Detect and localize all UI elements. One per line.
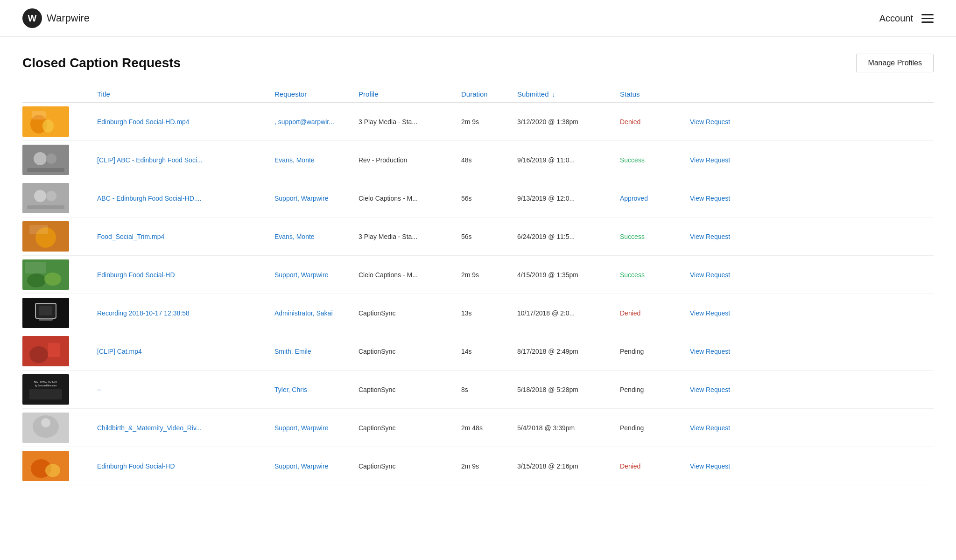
requestor-link[interactable]: Support, Warpwire bbox=[274, 271, 358, 279]
submitted-cell: 3/12/2020 @ 1:38pm bbox=[517, 118, 620, 126]
svg-rect-11 bbox=[27, 205, 64, 209]
requestor-link[interactable]: Support, Warpwire bbox=[274, 462, 358, 470]
duration-cell: 13s bbox=[461, 309, 517, 317]
submitted-cell: 3/15/2018 @ 2:16pm bbox=[517, 462, 620, 470]
page-header: Closed Caption Requests Manage Profiles bbox=[22, 54, 934, 72]
requestor-link[interactable]: Tyler, Chris bbox=[274, 386, 358, 393]
svg-rect-23 bbox=[39, 318, 53, 321]
svg-point-10 bbox=[46, 191, 56, 201]
duration-cell: 2m 9s bbox=[461, 118, 517, 126]
status-badge: Success bbox=[620, 233, 690, 240]
svg-rect-3 bbox=[32, 111, 46, 119]
table-body: Edinburgh Food Social-HD.mp4 , support@w… bbox=[22, 103, 934, 485]
svg-point-25 bbox=[29, 346, 48, 363]
col-header-status[interactable]: Status bbox=[620, 90, 690, 98]
requestor-link[interactable]: Support, Warpwire bbox=[274, 195, 358, 202]
table-row: Recording 2018-10-17 12:38:58 Administra… bbox=[22, 294, 934, 332]
title-link[interactable]: ABC - Edinburgh Food Social-HD.... bbox=[97, 195, 274, 202]
profile-cell: CaptionSync bbox=[358, 386, 461, 393]
app-header: W Warpwire Account bbox=[0, 0, 956, 37]
submitted-cell: 10/17/2018 @ 2:0... bbox=[517, 309, 620, 317]
col-header-requestor[interactable]: Requestor bbox=[274, 90, 358, 98]
title-link[interactable]: Recording 2018-10-17 12:38:58 bbox=[97, 309, 274, 317]
duration-cell: 2m 48s bbox=[461, 424, 517, 432]
submitted-cell: 5/4/2018 @ 3:39pm bbox=[517, 424, 620, 432]
status-badge: Pending bbox=[620, 386, 690, 393]
title-link[interactable]: [CLIP] ABC - Edinburgh Food Soci... bbox=[97, 156, 274, 164]
svg-point-5 bbox=[34, 152, 47, 165]
view-request-link[interactable]: View Request bbox=[690, 156, 765, 164]
status-badge: Pending bbox=[620, 348, 690, 355]
page-title: Closed Caption Requests bbox=[22, 56, 181, 70]
thumbnail bbox=[22, 336, 69, 366]
table-row: Edinburgh Food Social-HD Support, Warpwi… bbox=[22, 256, 934, 294]
svg-point-16 bbox=[27, 273, 46, 287]
header-right: Account bbox=[879, 13, 934, 24]
title-link[interactable]: Edinburgh Food Social-HD.mp4 bbox=[97, 118, 274, 126]
view-request-link[interactable]: View Request bbox=[690, 118, 765, 126]
duration-cell: 2m 9s bbox=[461, 271, 517, 279]
submitted-cell: 9/16/2019 @ 11:0... bbox=[517, 156, 620, 164]
svg-point-9 bbox=[34, 190, 46, 202]
profile-cell: Cielo Captions - M... bbox=[358, 271, 461, 279]
profile-cell: Rev - Production bbox=[358, 156, 461, 164]
svg-point-2 bbox=[42, 119, 54, 133]
app-name: Warpwire bbox=[47, 12, 90, 24]
requestor-link[interactable]: Evans, Monte bbox=[274, 156, 358, 164]
svg-point-36 bbox=[45, 464, 60, 477]
status-badge: Success bbox=[620, 271, 690, 279]
view-request-link[interactable]: View Request bbox=[690, 424, 765, 432]
requestor-link[interactable]: Administrator, Sakai bbox=[274, 309, 358, 317]
status-badge: Denied bbox=[620, 118, 690, 126]
svg-point-6 bbox=[46, 154, 56, 164]
account-label: Account bbox=[879, 13, 913, 24]
status-badge: Denied bbox=[620, 462, 690, 470]
submitted-cell: 8/17/2018 @ 2:49pm bbox=[517, 348, 620, 355]
submitted-cell: 5/18/2018 @ 5:28pm bbox=[517, 386, 620, 393]
view-request-link[interactable]: View Request bbox=[690, 271, 765, 279]
duration-cell: 8s bbox=[461, 386, 517, 393]
svg-rect-7 bbox=[27, 168, 64, 172]
col-header-duration[interactable]: Duration bbox=[461, 90, 517, 98]
requestor-link[interactable]: , support@warpwir... bbox=[274, 118, 358, 126]
view-request-link[interactable]: View Request bbox=[690, 386, 765, 393]
view-request-link[interactable]: View Request bbox=[690, 348, 765, 355]
duration-cell: 2m 9s bbox=[461, 462, 517, 470]
duration-cell: 14s bbox=[461, 348, 517, 355]
title-link[interactable]: Food_Social_Trim.mp4 bbox=[97, 233, 274, 240]
menu-icon[interactable] bbox=[921, 14, 934, 23]
view-request-link[interactable]: View Request bbox=[690, 462, 765, 470]
svg-rect-26 bbox=[48, 343, 60, 357]
profile-cell: CaptionSync bbox=[358, 348, 461, 355]
main-content: Closed Caption Requests Manage Profiles … bbox=[0, 37, 956, 502]
svg-point-33 bbox=[41, 418, 50, 427]
svg-rect-18 bbox=[25, 262, 46, 273]
col-header-submitted[interactable]: Submitted ↓ bbox=[517, 90, 620, 98]
thumbnail bbox=[22, 221, 69, 252]
submitted-cell: 9/13/2019 @ 12:0... bbox=[517, 195, 620, 202]
profile-cell: 3 Play Media - Sta... bbox=[358, 118, 461, 126]
col-header-profile[interactable]: Profile bbox=[358, 90, 461, 98]
requestor-link[interactable]: Smith, Emile bbox=[274, 348, 358, 355]
caption-requests-table: Title Requestor Profile Duration Submitt… bbox=[22, 86, 934, 485]
title-link[interactable]: Edinburgh Food Social-HD bbox=[97, 462, 274, 470]
status-badge: Denied bbox=[620, 309, 690, 317]
title-link[interactable]: [CLIP] Cat.mp4 bbox=[97, 348, 274, 355]
table-row: Childbirth_&_Maternity_Video_Riv... Supp… bbox=[22, 409, 934, 447]
requestor-link[interactable]: Support, Warpwire bbox=[274, 424, 358, 432]
title-link[interactable]: Childbirth_&_Maternity_Video_Riv... bbox=[97, 424, 274, 432]
view-request-link[interactable]: View Request bbox=[690, 233, 765, 240]
title-link[interactable]: -- bbox=[97, 386, 274, 393]
view-request-link[interactable]: View Request bbox=[690, 195, 765, 202]
thumbnail bbox=[22, 451, 69, 481]
view-request-link[interactable]: View Request bbox=[690, 309, 765, 317]
table-row: [CLIP] Cat.mp4 Smith, Emile CaptionSync … bbox=[22, 332, 934, 371]
requestor-link[interactable]: Evans, Monte bbox=[274, 233, 358, 240]
col-header-title[interactable]: Title bbox=[97, 90, 274, 98]
status-badge: Pending bbox=[620, 424, 690, 432]
title-link[interactable]: Edinburgh Food Social-HD bbox=[97, 271, 274, 279]
status-badge: Success bbox=[620, 156, 690, 164]
status-badge: Approved bbox=[620, 195, 690, 202]
table-row: Edinburgh Food Social-HD Support, Warpwi… bbox=[22, 447, 934, 485]
manage-profiles-button[interactable]: Manage Profiles bbox=[856, 54, 934, 72]
